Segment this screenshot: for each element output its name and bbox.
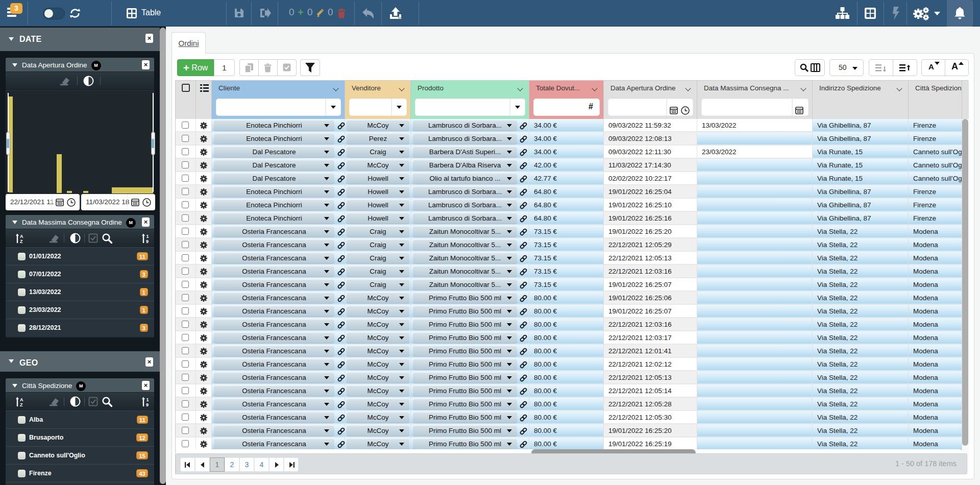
svg-text:Z: Z xyxy=(20,239,23,244)
svg-text:1: 1 xyxy=(146,397,149,402)
svg-text:Z: Z xyxy=(20,402,23,407)
svg-text:9: 9 xyxy=(146,239,149,244)
svg-text:A: A xyxy=(20,397,23,402)
svg-text:9: 9 xyxy=(146,402,149,407)
svg-text:1: 1 xyxy=(146,234,149,239)
svg-text:A: A xyxy=(20,234,23,239)
